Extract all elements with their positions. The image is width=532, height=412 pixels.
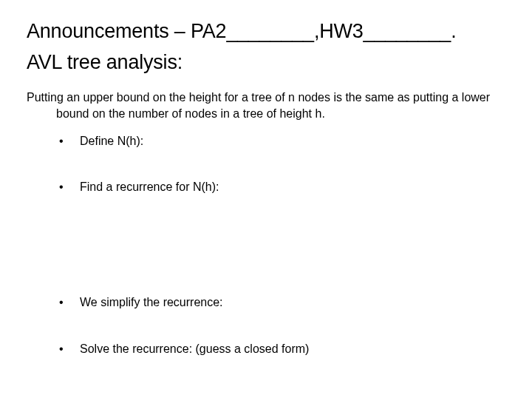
spacer bbox=[27, 322, 505, 341]
spacer bbox=[27, 206, 505, 294]
spacer bbox=[27, 160, 505, 179]
list-item: Solve the recurrence: (guess a closed fo… bbox=[27, 341, 505, 357]
topic-heading: AVL tree analysis: bbox=[27, 49, 505, 75]
list-item: Find a recurrence for N(h): bbox=[27, 179, 505, 195]
list-item: We simplify the recurrence: bbox=[27, 294, 505, 311]
bullet-list: Solve the recurrence: (guess a closed fo… bbox=[27, 341, 505, 357]
intro-text: Putting an upper bound on the height for… bbox=[27, 90, 505, 123]
bullet-list: We simplify the recurrence: bbox=[27, 294, 505, 311]
bullet-list: Find a recurrence for N(h): bbox=[27, 179, 505, 195]
list-item: Define N(h): bbox=[27, 133, 505, 149]
bullet-list: Define N(h): bbox=[27, 133, 505, 149]
announcements-heading: Announcements – PA2________,HW3________. bbox=[27, 18, 505, 44]
intro-paragraph: Putting an upper bound on the height for… bbox=[27, 90, 505, 123]
